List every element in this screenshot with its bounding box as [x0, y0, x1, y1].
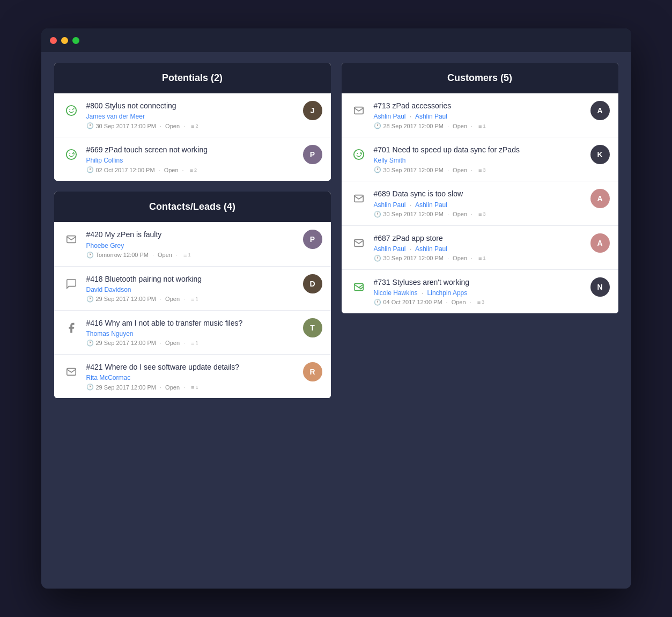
svg-point-11	[359, 153, 360, 154]
svg-point-9	[353, 150, 363, 159]
message-count: ≡1	[191, 340, 198, 346]
titlebar	[41, 28, 631, 52]
message-count: ≡1	[191, 296, 198, 302]
clock-icon: 🕐	[86, 122, 94, 129]
ticket-meta: 🕐 30 Sep 2017 12:00 PM · Open · ≡3	[374, 211, 584, 218]
avatar: A	[590, 189, 610, 208]
clock-icon: 🕐	[374, 211, 381, 218]
close-button[interactable]	[50, 37, 57, 44]
ticket-title: #687 zPad app store	[374, 233, 584, 243]
table-row[interactable]: #800 Stylus not connecting James van der…	[54, 93, 331, 137]
ticket-info: #800 Stylus not connecting James van der…	[86, 101, 297, 129]
clock-icon: 🕐	[86, 252, 94, 259]
table-row[interactable]: #421 Where do I see software update deta…	[54, 355, 331, 398]
message-count: ≡3	[477, 299, 485, 305]
message-count: ≡1	[191, 384, 198, 391]
ticket-assignee[interactable]: Ashlin Paul · Ashlin Paul	[374, 113, 584, 120]
email-icon	[63, 231, 80, 248]
avatar: P	[303, 230, 322, 249]
table-row[interactable]: #416 Why am I not able to transfer music…	[54, 311, 331, 355]
ticket-assignee[interactable]: Rita McCormac	[86, 374, 297, 381]
customers-list: #713 zPad accessories Ashlin Paul · Ashl…	[342, 93, 618, 313]
maximize-button[interactable]	[72, 37, 79, 44]
contacts-leads-panel: Contacts/Leads (4) #420 M	[54, 192, 331, 398]
message-count: ≡2	[191, 123, 198, 129]
ticket-title: #669 zPad touch screen not working	[86, 145, 297, 155]
ticket-assignee[interactable]: Philip Collins	[86, 157, 297, 164]
table-row[interactable]: #731 Styluses aren't working Nicole Hawk…	[342, 270, 618, 313]
table-row[interactable]: #669 zPad touch screen not working Phili…	[54, 137, 331, 181]
table-row[interactable]: #420 My zPen is faulty Phoebe Grey 🕐 Tom…	[54, 222, 331, 266]
ticket-assignee[interactable]: James van der Meer	[86, 113, 297, 120]
ticket-assignee[interactable]: Thomas Nguyen	[86, 330, 297, 337]
avatar: N	[590, 277, 610, 297]
ticket-meta: 🕐 30 Sep 2017 12:00 PM · Open · ≡2	[86, 122, 297, 129]
svg-point-5	[72, 153, 73, 154]
avatar: D	[303, 274, 322, 293]
ticket-assignee[interactable]: Nicole Hawkins · Linchpin Apps	[374, 289, 584, 297]
ticket-meta: 🕐 30 Sep 2017 12:00 PM · Open · ≡1	[374, 255, 584, 262]
clock-icon: 🕐	[374, 299, 381, 306]
ticket-info: #420 My zPen is faulty Phoebe Grey 🕐 Tom…	[86, 230, 297, 258]
clock-icon: 🕐	[86, 296, 94, 303]
ticket-title: #421 Where do I see software update deta…	[86, 362, 297, 372]
email-check-icon	[350, 278, 367, 296]
ticket-info: #701 Need to speed up data sync for zPad…	[374, 145, 584, 173]
message-count: ≡3	[478, 167, 486, 173]
facebook-icon	[63, 319, 80, 336]
ticket-info: #418 Bluetooth pairing not working David…	[86, 274, 297, 303]
ticket-info: #669 zPad touch screen not working Phili…	[86, 145, 297, 173]
mac-window: Potentials (2)	[41, 28, 631, 589]
ticket-assignee[interactable]: Phoebe Grey	[86, 242, 297, 249]
potentials-title: Potentials (2)	[65, 72, 320, 84]
chat-icon	[63, 275, 80, 292]
ticket-assignee[interactable]: David Davidson	[86, 286, 297, 293]
avatar: J	[303, 101, 322, 120]
ticket-assignee[interactable]: Ashlin Paul · Ashlin Paul	[374, 245, 584, 253]
table-row[interactable]: #689 Data sync is too slow Ashlin Paul ·…	[342, 181, 618, 225]
smile-refresh-icon	[350, 146, 367, 163]
message-count: ≡1	[478, 255, 486, 261]
customers-panel: Customers (5) #713 zPad a	[342, 63, 618, 313]
customers-title: Customers (5)	[352, 72, 608, 84]
table-row[interactable]: #687 zPad app store Ashlin Paul · Ashlin…	[342, 226, 618, 270]
smile-refresh-icon	[63, 146, 80, 163]
smile-icon	[63, 102, 80, 119]
ticket-meta: 🕐 29 Sep 2017 12:00 PM · Open · ≡1	[86, 296, 297, 303]
table-row[interactable]: #418 Bluetooth pairing not working David…	[54, 267, 331, 311]
ticket-title: #420 My zPen is faulty	[86, 230, 297, 239]
ticket-title: #731 Styluses aren't working	[374, 277, 584, 287]
svg-point-2	[72, 109, 73, 110]
avatar: A	[590, 233, 610, 253]
ticket-title: #689 Data sync is too slow	[374, 189, 584, 199]
table-row[interactable]: #701 Need to speed up data sync for zPad…	[342, 137, 618, 181]
ticket-meta: 🕐 02 Oct 2017 12:00 PM · Open · ≡2	[86, 166, 297, 173]
ticket-assignee[interactable]: Ashlin Paul · Ashlin Paul	[374, 201, 584, 209]
svg-point-1	[69, 109, 70, 110]
avatar: P	[303, 145, 322, 164]
ticket-info: #421 Where do I see software update deta…	[86, 362, 297, 391]
ticket-meta: 🕐 29 Sep 2017 12:00 PM · Open · ≡1	[86, 340, 297, 347]
ticket-title: #701 Need to speed up data sync for zPad…	[374, 145, 584, 155]
minimize-button[interactable]	[61, 37, 68, 44]
potentials-header: Potentials (2)	[54, 63, 331, 93]
avatar: A	[590, 101, 610, 120]
ticket-assignee[interactable]: Kelly Smith	[374, 157, 584, 164]
ticket-info: #689 Data sync is too slow Ashlin Paul ·…	[374, 189, 584, 217]
clock-icon: 🕐	[374, 122, 381, 129]
ticket-info: #713 zPad accessories Ashlin Paul · Ashl…	[374, 101, 584, 129]
clock-icon: 🕐	[86, 166, 94, 173]
message-count: ≡2	[190, 167, 197, 173]
email-icon	[350, 190, 367, 207]
ticket-meta: 🕐 29 Sep 2017 12:00 PM · Open · ≡1	[86, 384, 297, 391]
ticket-info: #416 Why am I not able to transfer music…	[86, 318, 297, 347]
ticket-title: #800 Stylus not connecting	[86, 101, 297, 111]
email-icon	[350, 234, 367, 252]
message-count: ≡3	[478, 211, 486, 217]
svg-point-3	[66, 150, 76, 159]
svg-point-10	[357, 153, 358, 154]
ticket-info: #687 zPad app store Ashlin Paul · Ashlin…	[374, 233, 584, 262]
svg-point-0	[66, 106, 76, 115]
table-row[interactable]: #713 zPad accessories Ashlin Paul · Ashl…	[342, 93, 618, 137]
clock-icon: 🕐	[374, 255, 381, 262]
